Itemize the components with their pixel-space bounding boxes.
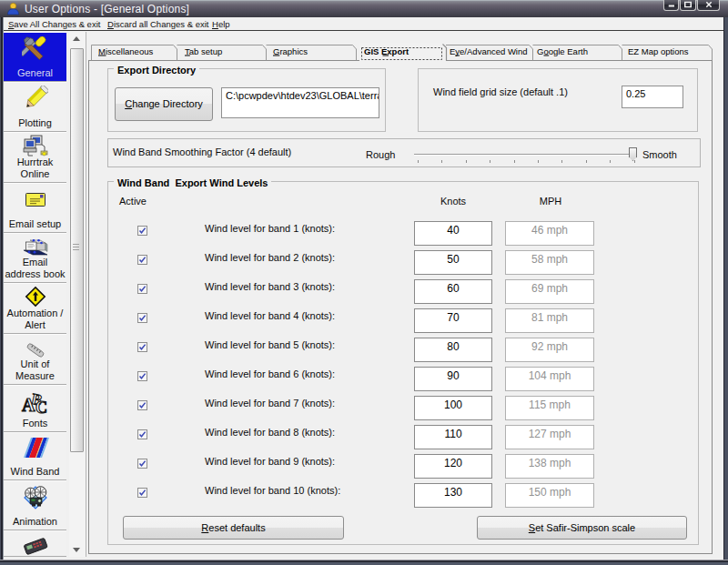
svg-text:A: A	[22, 395, 35, 415]
svg-text:GIS Export: GIS Export	[364, 46, 410, 56]
svg-text:Tab setup: Tab setup	[185, 46, 222, 56]
svg-text:Graphics: Graphics	[273, 46, 308, 56]
svg-text:Eye/Advanced Wind: Eye/Advanced Wind	[450, 46, 528, 56]
svg-text:Miscellaneous: Miscellaneous	[98, 46, 153, 56]
svg-text:EZ Map options: EZ Map options	[628, 46, 689, 56]
svg-text:Google Earth: Google Earth	[537, 46, 588, 56]
svg-text:C: C	[35, 399, 47, 415]
